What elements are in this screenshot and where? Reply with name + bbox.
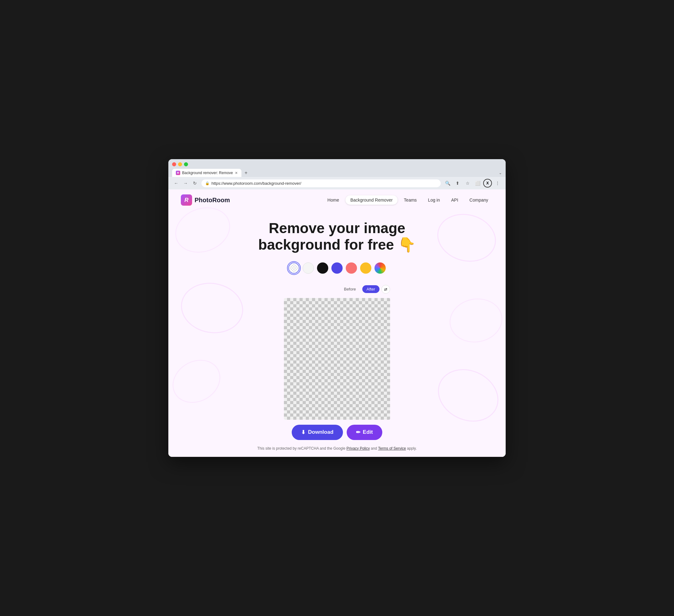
traffic-lights bbox=[172, 162, 502, 169]
edit-button[interactable]: ✏ Edit bbox=[347, 425, 382, 440]
hero-title: Remove your image background for free 👇 bbox=[243, 220, 431, 253]
active-tab[interactable]: R Background remover: Remove ✕ bbox=[172, 169, 241, 177]
nav-teams[interactable]: Teams bbox=[399, 195, 422, 205]
logo-link[interactable]: R PhotoRoom bbox=[181, 194, 230, 206]
tab-close-icon[interactable]: ✕ bbox=[235, 171, 238, 175]
address-bar: ← → ↻ 🔒 https://www.photoroom.com/backgr… bbox=[168, 177, 505, 189]
tab-chevron-icon[interactable]: ⌄ bbox=[499, 171, 502, 177]
tab-title: Background remover: Remove bbox=[182, 171, 233, 175]
lock-icon: 🔒 bbox=[205, 181, 210, 185]
before-button[interactable]: Before bbox=[339, 285, 360, 293]
swatch-colorful[interactable] bbox=[374, 263, 386, 274]
logo-text: PhotoRoom bbox=[195, 197, 230, 204]
swap-button[interactable]: ⇄ bbox=[381, 285, 390, 294]
terms-of-service-link[interactable]: Terms of Service bbox=[378, 446, 406, 451]
close-button[interactable] bbox=[172, 162, 176, 166]
privacy-policy-link[interactable]: Privacy Policy bbox=[346, 446, 370, 451]
transparency-background bbox=[284, 298, 390, 420]
tab-bar: R Background remover: Remove ✕ + ⌄ bbox=[172, 169, 502, 177]
page-content: R PhotoRoom Home Background Remover Team… bbox=[168, 189, 505, 457]
hero-section: Remove your image background for free 👇 bbox=[168, 211, 505, 285]
search-icon[interactable]: 🔍 bbox=[443, 179, 452, 187]
before-after-toggle: Before After ⇄ bbox=[284, 285, 390, 294]
new-tab-button[interactable]: + bbox=[242, 169, 250, 177]
swatch-purple[interactable] bbox=[331, 263, 343, 274]
download-button[interactable]: ⬇ Download bbox=[292, 425, 343, 440]
nav-api[interactable]: API bbox=[446, 195, 463, 205]
swatch-transparent[interactable] bbox=[288, 263, 300, 274]
swatch-yellow[interactable] bbox=[360, 263, 371, 274]
minimize-button[interactable] bbox=[178, 162, 182, 166]
after-button[interactable]: After bbox=[362, 285, 379, 293]
logo-icon: R bbox=[181, 194, 192, 206]
action-buttons: ⬇ Download ✏ Edit bbox=[292, 425, 382, 440]
url-bar[interactable]: 🔒 https://www.photoroom.com/background-r… bbox=[202, 179, 441, 187]
nav-buttons: ← → ↻ bbox=[172, 179, 199, 187]
download-icon: ⬇ bbox=[301, 429, 306, 436]
site-navigation: R PhotoRoom Home Background Remover Team… bbox=[168, 189, 505, 211]
color-swatches bbox=[175, 263, 499, 274]
browser-chrome: R Background remover: Remove ✕ + ⌄ bbox=[168, 159, 505, 177]
browser-window: R Background remover: Remove ✕ + ⌄ ← → ↻… bbox=[168, 159, 505, 457]
swatch-pink[interactable] bbox=[346, 263, 357, 274]
edit-label: Edit bbox=[363, 429, 373, 435]
footer-note: This site is protected by reCAPTCHA and … bbox=[168, 440, 505, 457]
split-view-icon[interactable]: ⬜ bbox=[473, 179, 482, 187]
nav-home[interactable]: Home bbox=[322, 195, 344, 205]
back-button[interactable]: ← bbox=[172, 179, 180, 187]
download-label: Download bbox=[308, 429, 333, 435]
profile-icon[interactable]: X bbox=[483, 179, 492, 187]
nav-background-remover[interactable]: Background Remover bbox=[345, 195, 398, 205]
nav-links: Home Background Remover Teams Log in API… bbox=[322, 195, 493, 205]
nav-company[interactable]: Company bbox=[464, 195, 493, 205]
edit-icon: ✏ bbox=[356, 429, 360, 436]
url-text: https://www.photoroom.com/background-rem… bbox=[211, 181, 302, 186]
tab-favicon-icon: R bbox=[176, 171, 180, 175]
maximize-button[interactable] bbox=[184, 162, 188, 166]
browser-actions: 🔍 ⬆ ☆ ⬜ X ⋮ bbox=[443, 179, 502, 187]
image-container: Before After ⇄ bbox=[168, 285, 505, 440]
menu-icon[interactable]: ⋮ bbox=[493, 179, 502, 187]
image-preview[interactable] bbox=[284, 298, 390, 420]
swatch-white[interactable] bbox=[303, 263, 314, 274]
share-icon[interactable]: ⬆ bbox=[453, 179, 462, 187]
bookmark-icon[interactable]: ☆ bbox=[463, 179, 472, 187]
forward-button[interactable]: → bbox=[182, 179, 190, 187]
swatch-black[interactable] bbox=[317, 263, 328, 274]
refresh-button[interactable]: ↻ bbox=[191, 179, 199, 187]
nav-login[interactable]: Log in bbox=[423, 195, 445, 205]
